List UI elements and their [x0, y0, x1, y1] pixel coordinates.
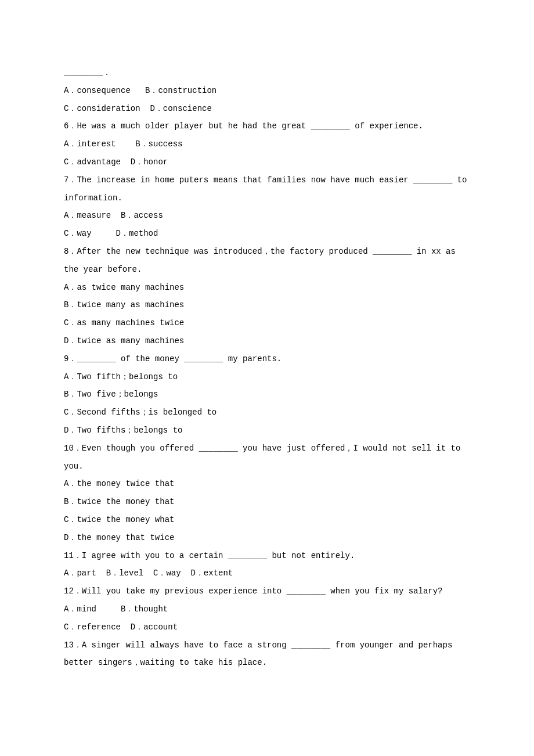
text-line: A．mind B．thought: [64, 600, 470, 618]
text-line: C．advantage D．honor: [64, 153, 470, 171]
text-line: A．measure B．access: [64, 207, 470, 225]
text-line: C．reference D．account: [64, 618, 470, 636]
text-line: B．twice many as machines: [64, 296, 470, 314]
document-page: ________． A．consequence B．construction C…: [0, 0, 534, 756]
text-line: B．twice the money that: [64, 493, 470, 511]
text-line: C．way D．method: [64, 225, 470, 243]
text-line: 11．I agree with you to a certain _______…: [64, 547, 470, 565]
text-line: A．interest B．success: [64, 135, 470, 153]
text-line: C．twice the money what: [64, 511, 470, 529]
text-line: A．the money twice that: [64, 475, 470, 493]
text-line: D．the money that twice: [64, 529, 470, 547]
text-line: C．consideration D．conscience: [64, 100, 470, 118]
text-line: A．as twice many machines: [64, 279, 470, 297]
text-line: B．Two five；belongs: [64, 386, 470, 404]
text-line: 13．A singer will always have to face a s…: [64, 636, 470, 672]
text-line: 10．Even though you offered ________ you …: [64, 440, 470, 476]
text-line: C．Second fifths；is belonged to: [64, 404, 470, 422]
text-line: 8．After the new technique was introduced…: [64, 243, 470, 279]
text-line: D．Two fifths；belongs to: [64, 422, 470, 440]
text-line: 6．He was a much older player but he had …: [64, 117, 470, 135]
text-line: A．consequence B．construction: [64, 82, 470, 100]
text-line: A．Two fifth；belongs to: [64, 368, 470, 386]
text-line: D．twice as many machines: [64, 332, 470, 350]
text-line: ________．: [64, 64, 470, 82]
text-line: 7．The increase in home puters means that…: [64, 171, 470, 207]
text-line: 9．________ of the money ________ my pare…: [64, 350, 470, 368]
text-line: 12．Will you take my previous experience …: [64, 582, 470, 600]
text-line: C．as many machines twice: [64, 314, 470, 332]
text-line: A．part B．level C．way D．extent: [64, 564, 470, 582]
